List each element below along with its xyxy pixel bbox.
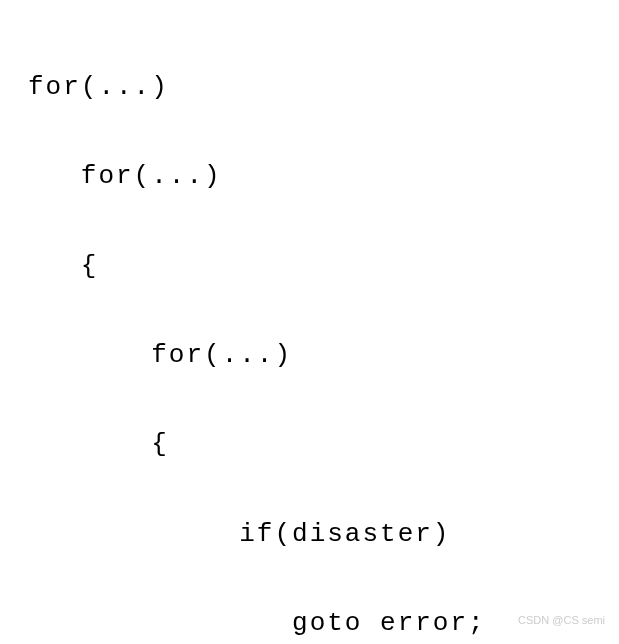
code-line-6: if(disaster) <box>28 512 609 557</box>
code-line-1: for(...) <box>28 65 609 110</box>
code-line-3: { <box>28 244 609 289</box>
code-line-5: { <box>28 422 609 467</box>
code-line-4: for(...) <box>28 333 609 378</box>
code-snippet: for(...) for(...) { for(...) { if(disast… <box>28 20 609 644</box>
watermark: CSDN @CS semi <box>518 614 605 626</box>
code-line-2: for(...) <box>28 154 609 199</box>
